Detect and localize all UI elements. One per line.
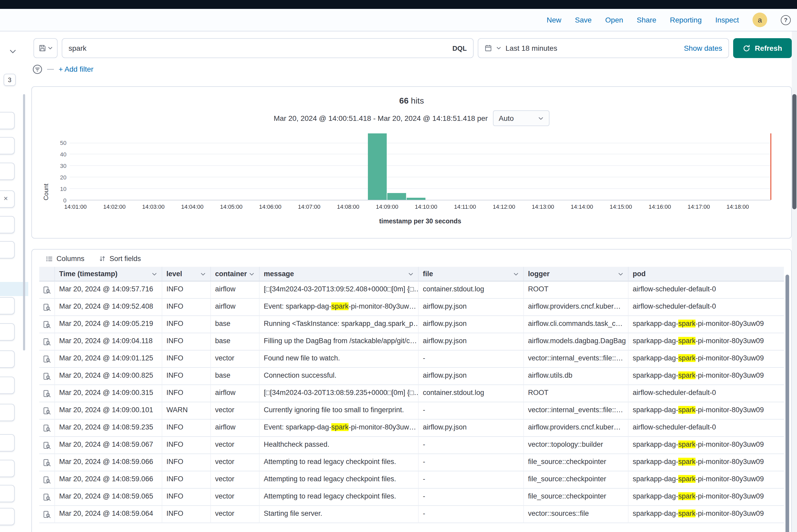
- window-scrollbar-thumb[interactable]: [792, 94, 796, 209]
- cell-time: Mar 20, 2024 @ 14:09:57.716: [55, 281, 162, 299]
- field-pill[interactable]: [0, 434, 15, 452]
- x-axis-tick-label: 14:01:00: [64, 204, 87, 210]
- collapse-sidebar-button[interactable]: [5, 44, 20, 59]
- expand-row-button[interactable]: [39, 281, 55, 299]
- hits-panel: 66 hits Mar 20, 2024 @ 14:00:51.418 - Ma…: [32, 86, 792, 239]
- cell-pod: sparkapp-dag-spark-pi-monitor-80y3uw09: [629, 454, 784, 471]
- expand-row-button[interactable]: [39, 471, 55, 489]
- cell-logger: vector::internal_events::file::…: [524, 402, 629, 420]
- nav-item-share[interactable]: Share: [637, 16, 656, 24]
- highlighted-term: spark: [678, 372, 696, 379]
- field-pill[interactable]: [0, 508, 15, 525]
- field-pill[interactable]: [0, 485, 15, 502]
- remove-field-icon[interactable]: ×: [4, 195, 8, 202]
- cell-logger: vector::topology::builder: [524, 437, 629, 454]
- columns-button[interactable]: Columns: [45, 255, 85, 263]
- histogram-bar[interactable]: [407, 197, 425, 200]
- histogram-bar[interactable]: [368, 133, 387, 200]
- list-icon: [45, 255, 53, 262]
- expand-row-button[interactable]: [39, 385, 55, 402]
- cell-logger: file_source::checkpointer: [524, 454, 629, 471]
- cell-level: INFO: [162, 281, 211, 299]
- saved-query-menu-button[interactable]: [34, 38, 58, 58]
- field-pill[interactable]: [0, 350, 15, 368]
- expand-row-button[interactable]: [39, 333, 55, 350]
- field-pill[interactable]: [0, 323, 15, 341]
- column-header-time[interactable]: Time (timestamp): [55, 267, 162, 281]
- x-axis-tick-label: 14:03:00: [142, 204, 165, 210]
- show-dates-link[interactable]: Show dates: [684, 44, 722, 52]
- cell-level: INFO: [162, 350, 211, 368]
- column-header-file[interactable]: file: [419, 267, 524, 281]
- x-axis-tick-label: 14:07:00: [298, 204, 320, 210]
- cell-file: airflow.py.json: [419, 420, 524, 437]
- expand-row-button[interactable]: [39, 299, 55, 316]
- nav-item-open[interactable]: Open: [605, 16, 623, 24]
- filter-icon[interactable]: [33, 64, 42, 74]
- expand-row-button[interactable]: [39, 316, 55, 333]
- expand-row-button[interactable]: [39, 437, 55, 454]
- sort-chevron-icon[interactable]: [200, 271, 206, 277]
- refresh-button[interactable]: Refresh: [733, 38, 792, 58]
- sort-chevron-icon[interactable]: [513, 271, 519, 277]
- expand-row-button[interactable]: [39, 454, 55, 471]
- nav-item-inspect[interactable]: Inspect: [715, 16, 739, 24]
- log-table: Time (timestamp)levelcontainermessagefil…: [39, 267, 784, 523]
- field-pill[interactable]: [0, 216, 15, 233]
- selected-fields-count-badge[interactable]: 3: [4, 74, 16, 86]
- help-icon[interactable]: ?: [781, 15, 791, 25]
- expand-row-button[interactable]: [39, 350, 55, 368]
- header-nav: NewSaveOpenShareReportingInspect a ?: [0, 9, 797, 32]
- column-header-label: pod: [633, 270, 646, 278]
- field-pill[interactable]: [0, 404, 15, 421]
- field-pill[interactable]: ×: [0, 190, 15, 208]
- cell-container: vector: [211, 471, 260, 489]
- cell-time: Mar 20, 2024 @ 14:09:52.408: [55, 299, 162, 316]
- column-header-level[interactable]: level: [162, 267, 211, 281]
- chart-range-line: Mar 20, 2024 @ 14:00:51.418 - Mar 20, 20…: [32, 110, 791, 126]
- expand-row-button[interactable]: [39, 402, 55, 420]
- table-toolbar: Columns Sort fields: [39, 249, 784, 263]
- sort-chevron-icon[interactable]: [617, 271, 624, 277]
- add-filter-button[interactable]: + Add filter: [59, 65, 93, 73]
- expand-row-button[interactable]: [39, 489, 55, 506]
- column-header-message[interactable]: message: [260, 267, 419, 281]
- column-header-container[interactable]: container: [211, 267, 260, 281]
- sort-chevron-icon[interactable]: [408, 271, 414, 277]
- field-pill[interactable]: [0, 241, 15, 259]
- sort-fields-button[interactable]: Sort fields: [99, 255, 141, 263]
- discover-app: NewSaveOpenShareReportingInspect a ? 3 ×…: [0, 0, 797, 532]
- inspect-document-icon: [43, 320, 51, 328]
- sort-chevron-icon[interactable]: [151, 271, 157, 277]
- table-scrollbar[interactable]: [785, 274, 789, 532]
- cell-level: INFO: [162, 420, 211, 437]
- expand-row-button[interactable]: [39, 420, 55, 437]
- calendar-icon[interactable]: [485, 44, 492, 52]
- cell-pod: airflow-scheduler-default-0: [629, 420, 784, 437]
- expand-row-button[interactable]: [39, 506, 55, 523]
- column-header-pod[interactable]: pod: [629, 267, 784, 281]
- expand-row-button[interactable]: [39, 368, 55, 385]
- field-pill[interactable]: [0, 112, 15, 129]
- search-input[interactable]: spark: [69, 44, 86, 52]
- interval-select[interactable]: Auto: [493, 110, 550, 126]
- field-pill[interactable]: [0, 297, 15, 315]
- cell-time: Mar 20, 2024 @ 14:09:00.825: [55, 368, 162, 385]
- histogram-bar[interactable]: [387, 193, 406, 200]
- sidebar-scrollbar[interactable]: [23, 94, 25, 350]
- sort-chevron-icon[interactable]: [248, 271, 255, 277]
- inspect-document-icon: [43, 424, 51, 432]
- nav-item-save[interactable]: Save: [575, 16, 592, 24]
- field-pill[interactable]: [0, 460, 15, 477]
- nav-item-new[interactable]: New: [546, 16, 561, 24]
- time-range-value[interactable]: Last 18 minutes: [505, 44, 680, 52]
- cell-container: airflow: [211, 281, 260, 299]
- window-scrollbar-track[interactable]: [792, 32, 797, 532]
- avatar[interactable]: a: [753, 13, 767, 27]
- query-language-button[interactable]: DQL: [452, 44, 467, 52]
- field-pill[interactable]: [0, 377, 15, 394]
- column-header-logger[interactable]: logger: [524, 267, 629, 281]
- field-pill[interactable]: [0, 163, 15, 180]
- field-pill[interactable]: [0, 137, 15, 154]
- nav-item-reporting[interactable]: Reporting: [670, 16, 702, 24]
